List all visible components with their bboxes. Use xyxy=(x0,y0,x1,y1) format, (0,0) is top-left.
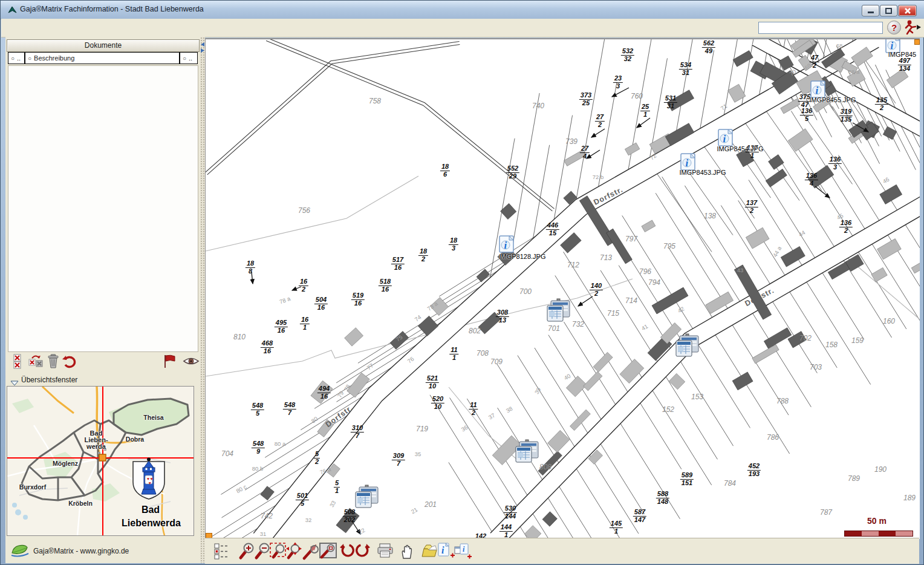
parcel-fraction-label: 588148 xyxy=(656,491,669,505)
search-input[interactable] xyxy=(758,22,883,34)
parcel-fraction-label: 251 xyxy=(640,103,650,118)
parcel-fraction-label: 52 xyxy=(314,451,320,465)
parcel-fraction-label: 46816 xyxy=(261,340,274,354)
parcel-fraction-label: 587147 xyxy=(633,509,646,523)
eye-icon xyxy=(182,362,200,371)
svg-text:i: i xyxy=(686,157,689,169)
legend-icon xyxy=(212,553,233,562)
window-title: Gaja®Matrix Fachinformation - Stadt Bad … xyxy=(20,5,204,13)
parcel-number-label: 201 xyxy=(425,500,437,509)
printer-icon xyxy=(376,553,395,562)
parcel-fraction-label: 1451 xyxy=(610,520,623,535)
open-button[interactable] xyxy=(419,542,437,560)
document-card-icon[interactable] xyxy=(674,333,701,360)
delete-button[interactable] xyxy=(45,353,61,369)
overview-town-label: Bad Lieben- werda xyxy=(84,430,108,450)
building-number-label: 68 a xyxy=(848,68,860,75)
redo-view-button[interactable] xyxy=(354,542,372,560)
overview-town-label: Möglenz xyxy=(53,460,78,467)
building-number-label: 78 xyxy=(343,384,352,393)
parcel-fraction-label: 497134 xyxy=(898,57,911,72)
zoom-full-icon xyxy=(319,553,338,562)
document-card-icon[interactable] xyxy=(354,485,380,511)
parcel-fraction-label: 49416 xyxy=(317,385,331,400)
parcel-fraction-label: 161 xyxy=(300,316,310,331)
documents-list[interactable] xyxy=(8,65,198,352)
map-canvas[interactable]: 5323256249534312334724971343732553131251… xyxy=(205,38,920,539)
parcel-fraction-label: 51916 xyxy=(351,292,365,307)
parcel-fraction-label: 183 xyxy=(449,237,458,252)
parcel-fraction-label: 186 xyxy=(440,163,450,178)
svg-text:♥: ♥ xyxy=(149,481,151,485)
building-number-label: 43 xyxy=(737,267,744,273)
view-button[interactable] xyxy=(182,353,198,369)
parcel-fraction-label: 55229 xyxy=(506,165,519,180)
parcel-number-label: 784 xyxy=(724,479,736,488)
parcel-number-label: 190 xyxy=(874,465,887,474)
parcel-number-label: 796 xyxy=(639,267,651,276)
exit-button[interactable] xyxy=(902,19,923,35)
building-number-label: 40 xyxy=(563,373,572,382)
overview-collapse-toggle-icon[interactable] xyxy=(10,378,19,385)
building-number-label: 22 xyxy=(357,527,366,536)
parcel-fraction-label: 37325 xyxy=(579,92,593,106)
toggle-marked-button[interactable] xyxy=(27,353,43,369)
parcel-number-label: 802 xyxy=(469,327,481,335)
documents-column-col0[interactable]: ○.. xyxy=(8,52,25,64)
parcel-fraction-label: 5489 xyxy=(252,440,265,455)
titlebar[interactable]: Gaja®Matrix Fachinformation - Stadt Bad … xyxy=(1,1,924,19)
splitter-expand-icon[interactable] xyxy=(200,45,205,50)
parcel-number-label: 756 xyxy=(298,206,310,215)
svg-text:i: i xyxy=(723,133,726,145)
legend-button[interactable] xyxy=(212,542,230,560)
parcel-number-label: 708 xyxy=(477,349,489,358)
documents-panel-title[interactable]: Dokumente xyxy=(7,39,200,52)
coat-of-arms-text-2: Liebenwerda xyxy=(122,518,181,529)
print-button[interactable] xyxy=(376,542,394,560)
zoom-previous-button[interactable] xyxy=(302,542,320,560)
parcel-fraction-label: 1441 xyxy=(499,524,513,538)
delete-marked-button[interactable] xyxy=(11,353,27,369)
building-number-label: 39 xyxy=(533,387,542,396)
close-button[interactable] xyxy=(898,5,917,16)
parcel-fraction-label: 272 xyxy=(595,114,605,128)
parcel-fraction-label: 50416 xyxy=(314,296,328,311)
sidebar-splitter[interactable] xyxy=(200,37,205,563)
maximize-button[interactable] xyxy=(880,5,897,16)
parcel-fraction-label: 452193 xyxy=(747,463,761,477)
flag-button[interactable] xyxy=(161,353,177,369)
building-number-label: 68 xyxy=(836,42,843,49)
red-x-boxes-icon xyxy=(11,362,27,371)
pan-button[interactable] xyxy=(397,542,415,560)
parcel-number-label: 709 xyxy=(490,358,503,366)
parcel-fraction-label: 182 xyxy=(418,248,428,263)
minimize-button[interactable] xyxy=(862,5,879,16)
parcel-number-label: 787 xyxy=(820,508,832,517)
add-info-button[interactable]: i xyxy=(436,542,454,560)
documents-column-label: Beschreibung xyxy=(34,54,74,62)
parcel-fraction-label: 53232 xyxy=(621,48,634,62)
svg-text:i: i xyxy=(891,40,894,51)
document-card-icon[interactable] xyxy=(514,439,541,466)
photo-filename-label: IMGP8128.JPG xyxy=(499,253,545,260)
parcel-number-label: 789 xyxy=(848,474,860,483)
status-text: Gaja®Matrix - www.gingko.de xyxy=(33,547,129,555)
parcel-number-label: 159 xyxy=(851,336,864,345)
building-number-label: 75 xyxy=(395,333,404,342)
zoom-dynamic-button[interactable] xyxy=(285,542,303,560)
document-card-icon[interactable] xyxy=(545,298,572,325)
street-name-label: Dorfstr. xyxy=(743,286,775,308)
parcel-fraction-label: 233 xyxy=(613,75,623,90)
splitter-collapse-icon[interactable] xyxy=(200,39,205,44)
parcel-fraction-label: 112 xyxy=(469,402,478,416)
add-info-window-button[interactable]: i xyxy=(453,542,471,560)
zoom-full-button[interactable] xyxy=(319,542,337,560)
gingko-logo-icon xyxy=(10,544,30,561)
help-button[interactable]: ? xyxy=(887,21,901,34)
parcel-fraction-label: 30813 xyxy=(496,309,509,324)
documents-column-beschreibung[interactable]: ○Beschreibung xyxy=(25,52,180,64)
refresh-button[interactable] xyxy=(61,353,77,369)
overview-map[interactable]: ♥ ♥ ♥ TheisaBad Lieben- werdaDobraMöglen… xyxy=(7,386,194,536)
documents-column-col2[interactable]: ○.. xyxy=(180,52,198,64)
photo-filename-label: IMGP8455.JPG xyxy=(809,96,856,103)
